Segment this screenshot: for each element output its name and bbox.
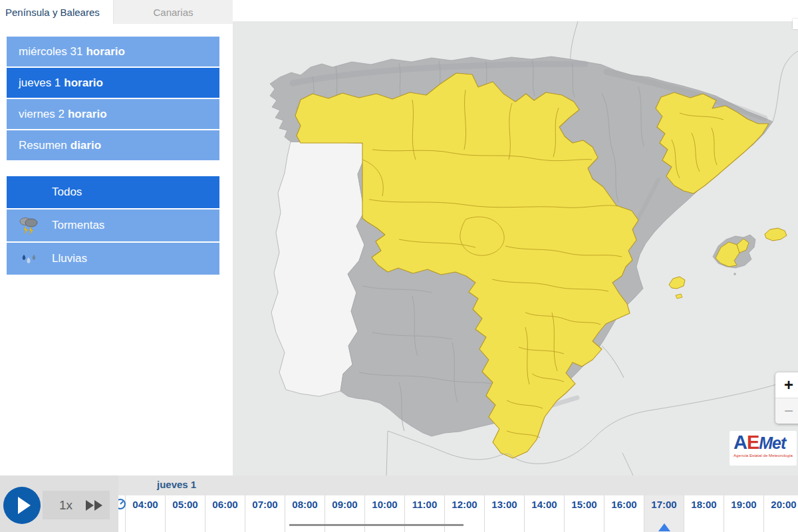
fast-forward-icon [86,500,94,511]
sidebar: miércoles 31horariojueves 1horariovierne… [0,24,233,475]
timeline-cell-07:00[interactable]: 07:00 [245,495,285,532]
aemet-logo-text: AEMet [733,432,797,454]
timeline-time-label: 11:00 [405,499,444,510]
filter-button-label: Todos [52,186,82,199]
speed-label[interactable]: 1x [59,498,72,513]
timeline-cell-13:00[interactable]: 13:00 [484,495,524,532]
timeline-time-label: 08:00 [285,499,325,510]
tab-canarias[interactable]: Canarias [113,0,233,24]
timeline-cell-16:00[interactable]: 16:00 [604,495,644,532]
logo-letter-a: A [733,432,747,453]
timeline-cell-08:00[interactable]: 08:00 [285,495,325,532]
timeline-time-label: 20:00 [764,499,798,510]
timeline-cell-05:00[interactable]: 05:00 [165,495,205,532]
timeline-cells: 04:0005:0006:0007:0008:0009:0010:0011:00… [125,495,798,532]
speed-control: 1x [43,491,110,519]
filter-button-label: Tormentas [52,219,104,232]
timeline-cell-20:00[interactable]: 20:00 [763,495,798,532]
day-button-text: Resumen [19,139,67,152]
storm-icon [17,213,41,237]
filter-button-group: TodosTormentasLluvias [7,176,219,276]
timeline-time-label: 09:00 [325,499,364,510]
day-button-text-bold: horario [68,108,107,121]
timeline-cell-19:00[interactable]: 19:00 [724,495,763,532]
day-button-group: miércoles 31horariojueves 1horariovierne… [7,37,219,162]
timeline-time-label: 04:00 [126,499,165,510]
zoom-in-button[interactable]: + [775,372,798,398]
timeline-time-label: 10:00 [365,499,404,510]
timeline-cell-06:00[interactable]: 06:00 [205,495,245,532]
filter-button-label: Lluvias [52,252,87,265]
timeline-time-label: 13:00 [485,499,524,510]
aemet-warnings-app: Península y Baleares Canarias miércoles … [0,0,798,532]
warning-map[interactable]: + − AEMet Agencia Estatal de Meteorologí… [233,0,798,475]
rain-icon [17,247,41,271]
timeline-time-label: 17:00 [644,499,684,510]
aemet-logo: AEMet Agencia Estatal de Meteorología [730,431,797,466]
logo-letter-e: E [747,432,759,453]
timeline-day-label: jueves 1 [157,479,196,490]
day-button-viernes-2[interactable]: viernes 2horario [7,99,219,129]
play-icon [18,497,31,514]
player-panel: 1x [0,475,118,532]
day-button-miércoles-31[interactable]: miércoles 31horario [7,37,219,66]
timeline-scrollbar-thumb[interactable] [289,524,464,526]
day-button-resumen[interactable]: Resumendiario [7,130,219,160]
timeline-cell-18:00[interactable]: 18:00 [684,495,724,532]
fast-forward-button[interactable] [86,500,103,511]
day-button-text: miércoles 31 [19,45,82,59]
timeline-cell-11:00[interactable]: 11:00 [404,495,444,532]
cabrera-island [734,273,736,275]
timeline-day-header: jueves 1 [118,475,798,495]
timeline-time-label: 06:00 [205,499,245,510]
logo-letters-met: Met [759,434,785,452]
filter-button-lluvias[interactable]: Lluvias [7,243,219,275]
play-button[interactable] [3,487,41,524]
timeline-cell-17:00[interactable]: 17:00 [644,495,684,532]
tab-peninsula-baleares[interactable]: Península y Baleares [0,0,113,24]
timeline-time-label: 07:00 [245,499,285,510]
animation-bar: 1x jueves 1 04:0005:0006:0007:0008:0009:… [0,475,798,532]
timeline-cell-14:00[interactable]: 14:00 [524,495,564,532]
timeline-time-label: 19:00 [724,499,763,510]
map-top-margin [233,0,798,21]
timeline-cell-10:00[interactable]: 10:00 [364,495,404,532]
timeline-cell-12:00[interactable]: 12:00 [444,495,484,532]
spain-warning-map-graphic [233,0,798,475]
timeline[interactable]: jueves 1 04:0005:0006:0007:0008:0009:001… [118,475,798,532]
filter-button-todos[interactable]: Todos [7,176,219,208]
day-button-text: jueves 1 [19,76,61,90]
day-button-text-bold: horario [86,45,125,59]
timeline-time-label: 05:00 [166,499,205,510]
timeline-time-label: 12:00 [445,499,484,510]
timeline-cell-15:00[interactable]: 15:00 [564,495,604,532]
map-zoom-control: + − [775,372,798,424]
region-tabbar: Península y Baleares Canarias [0,0,233,24]
aemet-logo-tagline: Agencia Estatal de Meteorología [733,454,789,458]
timeline-time-label: 18:00 [684,499,724,510]
day-button-text-bold: horario [64,76,103,90]
timeline-cell-09:00[interactable]: 09:00 [325,495,364,532]
fast-forward-icon [94,500,102,511]
filter-button-tormentas[interactable]: Tormentas [7,209,219,241]
map-corner-control[interactable] [793,19,798,29]
current-time-marker [658,523,670,531]
day-button-jueves-1[interactable]: jueves 1horario [7,68,219,98]
timeline-time-label: 16:00 [604,499,644,510]
timeline-time-label: 15:00 [565,499,604,510]
clipped-clock-icon [118,497,128,511]
day-button-text: viernes 2 [19,108,65,121]
timeline-cell-04:00[interactable]: 04:00 [125,495,165,532]
timeline-time-label: 14:00 [525,499,564,510]
day-button-text-bold: diario [70,139,101,152]
zoom-out-button[interactable]: − [775,398,798,424]
